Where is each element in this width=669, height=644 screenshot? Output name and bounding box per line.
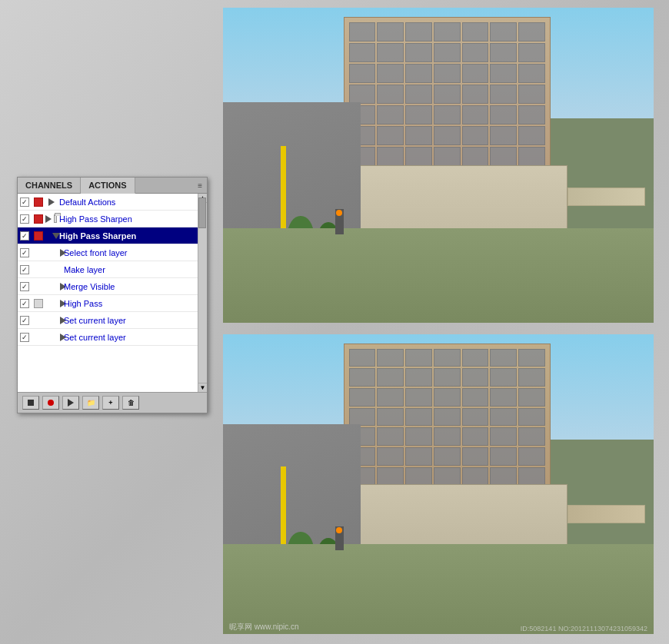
- action-row-set-current-1[interactable]: Set current layer: [18, 312, 207, 329]
- stop-button[interactable]: [22, 396, 39, 410]
- new-action-button[interactable]: +: [102, 396, 119, 410]
- checkbox-icon: [20, 333, 29, 342]
- check-high-pass: [18, 299, 32, 308]
- triangle-right-icon: [45, 215, 52, 223]
- action-row-make-layer[interactable]: Make layer: [18, 261, 207, 278]
- check-hps-group: [18, 214, 32, 224]
- id-watermark: ID:5082141 NO:20121113074231059342: [521, 625, 647, 632]
- panel-tabs: CHANNELS ACTIONS ≡: [18, 178, 207, 194]
- action-label-hps-group: High Pass Sharpen: [59, 214, 132, 224]
- light: [336, 210, 342, 216]
- scroll-thumb[interactable]: [198, 198, 206, 228]
- building-scene-top: [223, 8, 654, 323]
- photo-bottom: 昵享网 www.nipic.cn ID:5082141 NO:201211130…: [223, 334, 654, 634]
- scrollbar[interactable]: ▲ ▼: [198, 194, 207, 392]
- action-label-set-current-2: Set current layer: [64, 333, 126, 342]
- red-indicator-3: [32, 231, 45, 241]
- light-2: [336, 527, 342, 533]
- action-row-set-current-2[interactable]: Set current layer: [18, 329, 207, 346]
- photo-top: [223, 8, 654, 323]
- delete-button[interactable]: 🗑: [122, 396, 139, 410]
- checkbox-icon: [20, 214, 29, 224]
- walkway-top: [567, 188, 645, 207]
- check-set-1: [18, 316, 32, 325]
- folder-icon: [54, 214, 57, 223]
- action-row-merge-visible[interactable]: Merge Visible: [18, 278, 207, 295]
- panel-menu-button[interactable]: ≡: [193, 178, 207, 193]
- expand-merge: [45, 283, 64, 290]
- panel-toolbar: 📁 + 🗑: [18, 392, 207, 413]
- checkbox-icon: [20, 316, 29, 325]
- expand-down-col: [45, 233, 59, 239]
- action-label-hps-selected: High Pass Sharpen: [59, 231, 136, 241]
- actions-list: Default Actions High Pass Sharpen: [18, 194, 207, 392]
- folder-expand-col: [45, 214, 59, 223]
- checkbox-icon: [20, 198, 29, 207]
- expand-high-pass: [45, 300, 64, 307]
- action-label-set-current-1: Set current layer: [64, 316, 126, 325]
- action-row-high-pass[interactable]: High Pass: [18, 295, 207, 312]
- check-hps-selected: [18, 231, 32, 241]
- win: [349, 22, 376, 41]
- panel-content-area: Default Actions High Pass Sharpen: [18, 194, 207, 392]
- check-merge: [18, 282, 32, 291]
- tab-actions[interactable]: ACTIONS: [81, 178, 135, 194]
- action-label-default-actions: Default Actions: [59, 198, 115, 207]
- red-square-icon: [34, 198, 43, 207]
- walkway-bottom: [567, 505, 645, 523]
- red-indicator-1: [32, 198, 45, 207]
- play-button[interactable]: [62, 396, 79, 410]
- small-rect-col: [32, 299, 45, 308]
- check-make-layer: [18, 265, 32, 274]
- ground-bottom: [223, 544, 654, 634]
- action-row-hps-selected[interactable]: High Pass Sharpen: [18, 227, 207, 244]
- red-square-icon: [34, 214, 43, 224]
- check-set-2: [18, 333, 32, 342]
- action-row-default-actions[interactable]: Default Actions: [18, 194, 207, 211]
- triangle-right-icon: [48, 198, 55, 206]
- triangle-down-icon: [52, 233, 60, 239]
- action-label-select-front: Select front layer: [64, 248, 128, 257]
- record-button[interactable]: [42, 396, 59, 410]
- new-set-button[interactable]: 📁: [82, 396, 99, 410]
- traffic-light-1: [335, 209, 344, 234]
- checkbox-icon: [20, 231, 29, 241]
- red-square-icon: [34, 231, 43, 241]
- scroll-down-icon: ▼: [200, 384, 206, 391]
- new-set-icon: 📁: [87, 399, 95, 407]
- actions-panel: CHANNELS ACTIONS ≡ Default Actions: [17, 177, 208, 413]
- red-indicator-2: [32, 214, 45, 224]
- play-icon: [68, 399, 74, 407]
- check-default-actions: [18, 198, 32, 207]
- checkbox-icon: [20, 282, 29, 291]
- checkbox-icon: [20, 265, 29, 274]
- stop-icon: [28, 400, 34, 406]
- expand-select-front: [45, 249, 64, 257]
- ground-top: [223, 228, 654, 323]
- action-label-merge-visible: Merge Visible: [64, 282, 115, 291]
- action-row-hps-group[interactable]: High Pass Sharpen: [18, 211, 207, 227]
- action-row-select-front[interactable]: Select front layer: [18, 244, 207, 261]
- traffic-light-2: [335, 526, 344, 550]
- expand-set-1: [45, 317, 64, 324]
- action-label-make-layer: Make layer: [64, 265, 105, 274]
- check-select-front: [18, 248, 32, 257]
- list-spacer: [18, 346, 207, 392]
- scroll-down-button[interactable]: ▼: [198, 383, 207, 392]
- expand-set-2: [45, 334, 64, 341]
- record-icon: [48, 400, 54, 406]
- expand-col: [45, 198, 59, 206]
- new-action-icon: +: [108, 399, 112, 407]
- building-scene-bottom: [223, 334, 654, 634]
- action-label-high-pass: High Pass: [64, 299, 102, 308]
- checkbox-icon: [20, 248, 29, 257]
- delete-icon: 🗑: [128, 399, 135, 407]
- layer-icon: [34, 299, 43, 308]
- tab-channels[interactable]: CHANNELS: [18, 178, 81, 193]
- nipic-watermark: 昵享网 www.nipic.cn: [229, 622, 299, 632]
- checkbox-icon: [20, 299, 29, 308]
